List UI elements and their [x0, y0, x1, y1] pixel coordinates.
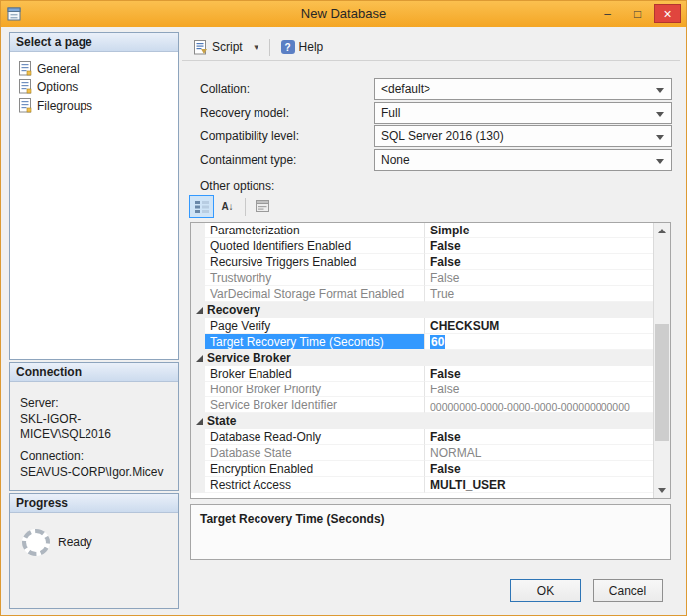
property-row[interactable]: Database Read-Only False	[191, 429, 653, 445]
script-button[interactable]: Script	[188, 37, 249, 58]
close-button[interactable]: ×	[654, 4, 681, 23]
property-row[interactable]: Database State NORMAL	[191, 445, 653, 461]
progress-spinner-icon	[22, 529, 50, 556]
property-name[interactable]: Restrict Access	[205, 477, 425, 493]
window-title: New Database	[1, 1, 686, 27]
titlebar: New Database – □ ×	[1, 1, 686, 27]
scroll-down-button[interactable]	[654, 482, 670, 498]
property-value[interactable]: CHECKSUM	[425, 318, 653, 334]
maximize-button[interactable]: □	[624, 4, 651, 23]
property-name[interactable]: Database State	[205, 445, 425, 461]
collapse-triangle-icon[interactable]	[196, 307, 203, 314]
property-name[interactable]: Broker Enabled	[205, 366, 425, 382]
category-row-service-broker[interactable]: Service Broker	[191, 350, 653, 366]
property-value[interactable]: MULTI_USER	[425, 477, 653, 493]
alphabetical-sort-button[interactable]: A↓	[215, 195, 240, 218]
category-row-state[interactable]: State	[191, 413, 653, 429]
sidebar-item-general[interactable]: General	[15, 59, 173, 77]
categorized-view-button[interactable]	[189, 195, 214, 218]
property-value-editor[interactable]: 60	[425, 334, 653, 350]
ok-button[interactable]: OK	[510, 579, 581, 602]
new-database-dialog: New Database – □ × Select a page	[0, 0, 687, 616]
compatibility-level-select[interactable]: SQL Server 2016 (130)	[374, 125, 672, 147]
recovery-model-label: Recovery model:	[200, 106, 289, 120]
row-indent	[191, 270, 205, 286]
property-pages-icon	[256, 200, 269, 213]
recovery-model-value: Full	[381, 106, 400, 120]
row-indent	[191, 445, 205, 461]
property-name[interactable]: Service Broker Identifier	[205, 397, 425, 413]
property-name[interactable]: Trustworthy	[205, 270, 425, 286]
collapse-triangle-icon[interactable]	[196, 355, 203, 362]
value-editor-text[interactable]: 60	[430, 335, 445, 349]
row-indent	[191, 238, 205, 254]
row-indent	[191, 477, 205, 493]
property-pages-button[interactable]	[250, 195, 274, 218]
property-name[interactable]: Target Recovery Time (Seconds)	[205, 334, 425, 350]
property-row[interactable]: Page Verify CHECKSUM	[191, 318, 653, 334]
sidebar-item-filegroups[interactable]: Filegroups	[15, 96, 173, 115]
property-value: False	[425, 270, 653, 286]
collation-label: Collation:	[200, 82, 250, 96]
script-dropdown-button[interactable]: ▼	[249, 40, 264, 55]
property-row[interactable]: Parameterization Simple	[191, 223, 653, 238]
row-indent	[191, 254, 205, 270]
select-page-header: Select a page	[10, 33, 178, 52]
az-sort-icon: A↓	[221, 201, 233, 212]
connection-header: Connection	[10, 363, 178, 382]
containment-type-label: Containment type:	[200, 153, 296, 167]
row-indent	[191, 286, 205, 302]
category-row-recovery[interactable]: Recovery	[191, 302, 653, 318]
chevron-down-icon	[656, 159, 664, 164]
sidebar-item-options[interactable]: Options	[15, 77, 173, 96]
compatibility-level-value: SQL Server 2016 (130)	[381, 129, 504, 143]
property-name[interactable]: VarDecimal Storage Format Enabled	[205, 286, 425, 302]
property-value: 00000000-0000-0000-0000-000000000000	[425, 397, 653, 413]
property-row[interactable]: Restrict Access MULTI_USER	[191, 477, 653, 493]
property-name[interactable]: Honor Broker Priority	[205, 382, 425, 397]
property-value[interactable]: Simple	[425, 223, 653, 238]
property-name[interactable]: Recursive Triggers Enabled	[205, 254, 425, 270]
property-row[interactable]: Encryption Enabled False	[191, 461, 653, 477]
property-row[interactable]: Service Broker Identifier 00000000-0000-…	[191, 397, 653, 413]
scrollbar-thumb[interactable]	[655, 324, 669, 441]
property-row[interactable]: Trustworthy False	[191, 270, 653, 286]
collapse-triangle-icon[interactable]	[196, 418, 203, 425]
property-name[interactable]: Page Verify	[205, 318, 425, 334]
sidebar-item-label: Filegroups	[37, 99, 92, 113]
property-value[interactable]: False	[425, 238, 653, 254]
row-indent	[191, 302, 205, 318]
property-description-pane: Target Recovery Time (Seconds)	[190, 504, 671, 560]
cancel-button[interactable]: Cancel	[593, 579, 663, 602]
collation-select[interactable]: <default>	[374, 78, 672, 100]
property-name[interactable]: Database Read-Only	[205, 429, 425, 445]
property-name[interactable]: Encryption Enabled	[205, 461, 425, 477]
property-row[interactable]: Recursive Triggers Enabled False	[191, 254, 653, 270]
scroll-up-button[interactable]	[654, 223, 670, 238]
property-value[interactable]: False	[425, 366, 653, 382]
property-value[interactable]: False	[425, 429, 653, 445]
property-row[interactable]: Quoted Identifiers Enabled False	[191, 238, 653, 254]
property-value[interactable]: False	[425, 254, 653, 270]
progress-header: Progress	[10, 494, 178, 513]
progress-status: Ready	[58, 536, 92, 549]
property-row-selected[interactable]: Target Recovery Time (Seconds) 60	[191, 334, 653, 350]
category-name: State	[205, 413, 236, 429]
minimize-button[interactable]: –	[595, 4, 621, 23]
grid-scrollbar[interactable]	[653, 223, 670, 498]
property-row[interactable]: VarDecimal Storage Format Enabled True	[191, 286, 653, 302]
script-button-label: Script	[212, 40, 243, 54]
property-value[interactable]: False	[425, 461, 653, 477]
row-indent	[191, 366, 205, 382]
compatibility-level-label: Compatibility level:	[200, 129, 299, 143]
server-value: SKL-IGOR-MICEV\SQL2016	[20, 412, 168, 442]
property-row[interactable]: Honor Broker Priority False	[191, 382, 653, 397]
property-name[interactable]: Parameterization	[205, 223, 425, 238]
page-icon	[19, 61, 32, 76]
collation-value: <default>	[381, 82, 430, 96]
recovery-model-select[interactable]: Full	[374, 102, 672, 124]
help-button[interactable]: ? Help	[275, 37, 330, 57]
property-row[interactable]: Broker Enabled False	[191, 366, 653, 382]
property-name[interactable]: Quoted Identifiers Enabled	[205, 238, 425, 254]
containment-type-select[interactable]: None	[374, 149, 672, 171]
